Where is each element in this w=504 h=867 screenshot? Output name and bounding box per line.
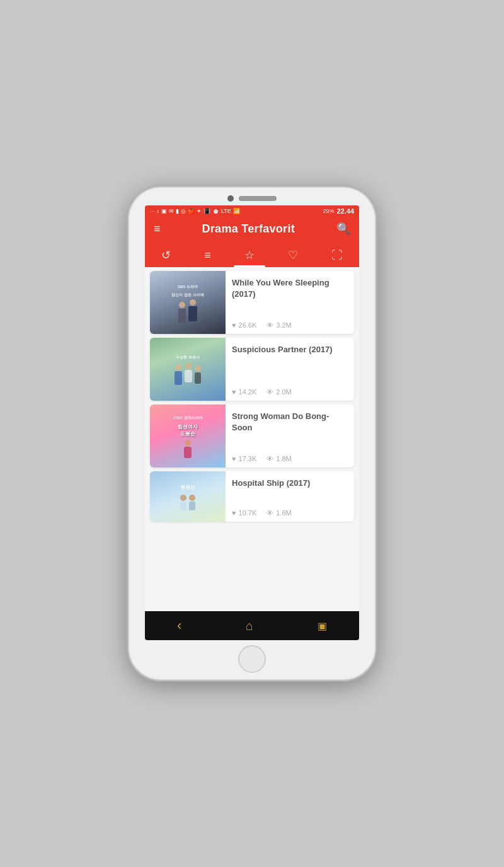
back-button[interactable]: ‹: [177, 617, 181, 634]
views-1: 👁 3.2M: [266, 321, 291, 329]
likes-count-4: 10.7K: [239, 509, 257, 517]
battery-icon: ▮: [176, 208, 179, 214]
menu-button[interactable]: ≡: [154, 222, 161, 236]
drama-info-1: While You Were Sleeping (2017) ♥ 26.6K 👁…: [226, 271, 354, 334]
thumb-korean-2: 수상한 파트너: [175, 353, 201, 362]
thumb-text-1: SBS 드라마: [176, 283, 199, 291]
phone-frame: ··· ♪ ▣ ✉ ▮ ◎ 🍎 ✦ 📳 ⏰ LTE 📶 29% 22.44 ≡ …: [129, 188, 375, 679]
speaker: [239, 196, 277, 201]
likes-4: ♥ 10.7K: [232, 509, 256, 517]
recents-button[interactable]: ▣: [318, 620, 327, 632]
views-2: 👁 2.0M: [266, 388, 291, 396]
bluetooth-icon: ✦: [197, 208, 202, 214]
status-right: 29% 22.44: [323, 207, 354, 215]
drama-stats-2: ♥ 14.2K 👁 2.0M: [232, 388, 348, 396]
instagram-icon: ◎: [181, 208, 186, 214]
views-count-3: 1.8M: [276, 455, 291, 462]
drama-title-4: Hospital Ship (2017): [232, 478, 348, 489]
eye-stat-icon-4: 👁: [266, 509, 273, 517]
drama-info-4: Hospital Ship (2017) ♥ 10.7K 👁 1.6M: [226, 471, 354, 522]
heart-stat-icon-4: ♥: [232, 509, 236, 517]
signal-icon: 📶: [233, 208, 240, 214]
thumb-korean-4: 병원선: [179, 483, 197, 492]
heart-stat-icon-1: ♥: [232, 321, 236, 329]
drama-card-3[interactable]: JTBC 코믹드라마 힘센여자도봉순 Strong Woman Do Bong-…: [150, 405, 354, 468]
likes-count-3: 17.3K: [239, 455, 257, 462]
recent-icon: ↺: [161, 248, 171, 262]
drama-card-2[interactable]: 수상한 파트너: [150, 338, 354, 401]
drama-title-1: While You Were Sleeping (2017): [232, 277, 348, 300]
tab-gallery[interactable]: ⛶: [325, 246, 349, 267]
drama-thumb-1: SBS 드라마 당신이 잠든 사이에: [150, 271, 226, 334]
views-count-4: 1.6M: [276, 509, 291, 517]
views-count-2: 2.0M: [276, 388, 291, 396]
eye-stat-icon-3: 👁: [266, 455, 273, 462]
vibrate-icon: 📳: [203, 208, 210, 214]
app-title: Drama Terfavorit: [202, 222, 295, 236]
front-camera: [227, 195, 234, 202]
status-time: 22.44: [336, 207, 354, 215]
drama-title-2: Suspicious Partner (2017): [232, 344, 348, 355]
drama-thumb-4: 병원선: [150, 471, 226, 522]
gmail-icon: ✉: [169, 208, 174, 214]
phone-top-bar: [129, 195, 375, 202]
gallery-icon: ⛶: [331, 249, 343, 262]
photos-icon: ▣: [161, 208, 167, 214]
battery-percent: 29%: [323, 208, 334, 214]
drama-stats-4: ♥ 10.7K 👁 1.6M: [232, 509, 348, 517]
search-button[interactable]: 🔍: [336, 222, 350, 236]
drama-title-3: Strong Woman Do Bong-Soon: [232, 411, 348, 433]
list-icon: ≡: [204, 249, 211, 262]
alarm-icon: ⏰: [212, 208, 219, 214]
home-physical-button[interactable]: [238, 645, 266, 673]
drama-card-4[interactable]: 병원선 Hos: [150, 471, 354, 522]
eye-stat-icon-1: 👁: [266, 321, 273, 329]
likes-count-1: 26.6K: [239, 321, 257, 329]
views-3: 👁 1.8M: [266, 455, 291, 462]
drama-card-1[interactable]: SBS 드라마 당신이 잠든 사이에: [150, 271, 354, 334]
views-4: 👁 1.6M: [266, 509, 291, 517]
likes-3: ♥ 17.3K: [232, 455, 256, 462]
drama-thumb-2: 수상한 파트너: [150, 338, 226, 401]
views-count-1: 3.2M: [276, 321, 291, 329]
app-header: ≡ Drama Terfavorit 🔍: [145, 217, 359, 241]
thumb-korean-1: 당신이 잠든 사이에: [170, 291, 205, 299]
tab-star[interactable]: ☆: [238, 246, 261, 267]
tab-bar: ↺ ≡ ☆ ♡ ⛶: [145, 241, 359, 267]
drama-thumb-3: JTBC 코믹드라마 힘센여자도봉순: [150, 405, 226, 468]
heart-icon: ♡: [288, 248, 298, 262]
likes-count-2: 14.2K: [239, 388, 257, 396]
status-bar: ··· ♪ ▣ ✉ ▮ ◎ 🍎 ✦ 📳 ⏰ LTE 📶 29% 22.44: [145, 205, 359, 217]
star-icon: ☆: [244, 248, 255, 262]
thumb-korean-3: 힘센여자도봉순: [176, 422, 199, 439]
phone-screen: ··· ♪ ▣ ✉ ▮ ◎ 🍎 ✦ 📳 ⏰ LTE 📶 29% 22.44 ≡ …: [145, 205, 359, 640]
status-icons: ··· ♪ ▣ ✉ ▮ ◎ 🍎 ✦ 📳 ⏰ LTE 📶: [150, 208, 240, 214]
tab-list[interactable]: ≡: [198, 246, 217, 267]
tab-recent[interactable]: ↺: [155, 246, 177, 267]
drama-stats-3: ♥ 17.3K 👁 1.8M: [232, 455, 348, 462]
lte-label: LTE: [221, 208, 231, 214]
status-dots: ···: [150, 208, 155, 214]
drama-list[interactable]: SBS 드라마 당신이 잠든 사이에: [145, 267, 359, 611]
bottom-nav: ‹ ⌂ ▣: [145, 611, 359, 640]
heart-stat-icon-3: ♥: [232, 455, 236, 462]
drama-info-3: Strong Woman Do Bong-Soon ♥ 17.3K 👁 1.8M: [226, 405, 354, 468]
home-button[interactable]: ⌂: [246, 619, 253, 633]
heart-stat-icon-2: ♥: [232, 388, 236, 396]
likes-1: ♥ 26.6K: [232, 321, 256, 329]
eye-stat-icon-2: 👁: [266, 388, 273, 396]
drama-stats-1: ♥ 26.6K 👁 3.2M: [232, 321, 348, 329]
apple-icon: 🍎: [188, 208, 195, 214]
spotify-icon: ♪: [157, 208, 160, 214]
jtbc-label: JTBC 코믹드라마: [171, 414, 203, 422]
drama-info-2: Suspicious Partner (2017) ♥ 14.2K 👁 2.0M: [226, 338, 354, 401]
tab-heart[interactable]: ♡: [282, 246, 304, 267]
likes-2: ♥ 14.2K: [232, 388, 256, 396]
